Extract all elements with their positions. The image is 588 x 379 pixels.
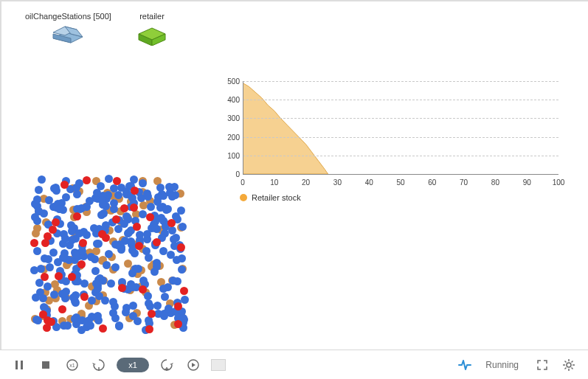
agent-dot	[161, 293, 169, 301]
y-tick-label: 200	[221, 133, 240, 141]
agent-dot	[44, 282, 52, 291]
running-indicator-icon	[456, 356, 474, 374]
agent-dot	[169, 277, 177, 285]
stop-button[interactable]	[37, 356, 55, 374]
agent-dot	[33, 195, 41, 204]
agent-dot	[38, 175, 46, 184]
speed-indicator[interactable]: x1	[117, 358, 149, 372]
x-tick-label: 80	[491, 178, 499, 187]
svg-line-29	[572, 361, 573, 362]
y-tick-label: 500	[221, 77, 240, 86]
agent-dot	[139, 179, 147, 187]
agent-dot	[87, 253, 95, 261]
agent-dot	[124, 260, 132, 268]
agent-dot	[50, 291, 58, 299]
agent-dot	[72, 251, 80, 259]
agent-dot	[178, 265, 186, 274]
svg-marker-20	[192, 363, 196, 367]
agent-dot	[159, 247, 167, 255]
agent-dot	[58, 290, 66, 298]
settings-button[interactable]	[560, 356, 578, 374]
slow-down-button[interactable]	[90, 356, 108, 374]
agent-dot	[120, 204, 128, 212]
agent-dot	[60, 181, 69, 189]
agent-dot	[147, 203, 155, 211]
agent-dot	[177, 243, 185, 251]
y-tick-label: 100	[221, 151, 240, 159]
chart-legend: Retailer stock	[240, 193, 558, 202]
legend-marker-icon	[240, 194, 247, 201]
agent-dot	[124, 229, 132, 237]
agent-dot	[159, 285, 167, 293]
y-tick-label: 400	[221, 96, 240, 104]
agent-dot	[99, 201, 107, 209]
agent-dot	[91, 267, 100, 275]
agent-dot	[68, 236, 76, 244]
svg-rect-8	[15, 361, 18, 369]
fullscreen-button[interactable]	[533, 356, 551, 374]
agent-dot	[83, 231, 91, 239]
x-tick-label: 0	[241, 178, 245, 187]
agent-dot	[130, 175, 138, 184]
agent-dot	[98, 230, 106, 238]
agent-oil-change-stations[interactable]: oilChangeStations [500]	[25, 12, 111, 48]
agent-dot	[136, 231, 144, 239]
speed-up-button[interactable]	[158, 356, 176, 374]
agent-dot	[160, 312, 168, 320]
agent-dot	[139, 285, 147, 293]
agent-dot	[131, 187, 139, 195]
step-forward-button[interactable]	[184, 356, 202, 374]
svg-marker-13	[92, 363, 96, 365]
realtime-speed-button[interactable]: x1	[63, 356, 81, 374]
x-tick-label: 100	[553, 178, 565, 187]
agent-dot	[131, 265, 139, 273]
simulation-control-bar: x1 x1 Running	[1, 350, 588, 379]
agent-label: oilChangeStations [500]	[25, 12, 111, 21]
y-tick-label: 300	[221, 114, 240, 122]
agent-dot	[41, 273, 49, 281]
agent-dot	[174, 320, 182, 328]
pause-button[interactable]	[10, 356, 28, 374]
svg-rect-9	[21, 361, 23, 369]
agent-dot	[73, 190, 81, 198]
progress-placeholder	[211, 359, 226, 371]
agent-dot	[55, 205, 63, 213]
agent-dot	[153, 302, 162, 310]
agent-dot	[115, 321, 123, 330]
agent-dot	[46, 263, 54, 271]
legend-label: Retailer stock	[252, 193, 301, 202]
agent-dot	[111, 263, 120, 271]
agent-dot	[77, 260, 86, 268]
agent-dot	[144, 292, 152, 300]
agent-dot	[71, 315, 79, 323]
agent-dot	[33, 247, 41, 255]
agent-dot	[105, 175, 113, 183]
agent-dot	[111, 302, 119, 310]
svg-point-21	[567, 363, 571, 367]
agent-dot	[114, 241, 122, 249]
agent-dot	[146, 213, 154, 221]
agent-retailer[interactable]: retailer	[134, 12, 170, 48]
x-tick-label: 20	[302, 178, 310, 187]
agent-dot	[75, 229, 83, 237]
agent-dot	[151, 224, 159, 232]
agent-dot	[122, 212, 131, 220]
agent-dot	[45, 196, 53, 204]
agent-dot	[32, 229, 40, 237]
agent-dot	[52, 218, 60, 226]
agent-dot	[83, 176, 91, 184]
x-tick-label: 90	[523, 178, 531, 187]
agent-dot	[73, 212, 81, 220]
agent-dot	[180, 287, 188, 295]
agent-population-view[interactable]	[30, 175, 188, 333]
agent-dot	[44, 255, 52, 263]
simulation-canvas: oilChangeStations [500] retailer 0100200…	[1, 1, 588, 350]
agent-dot	[63, 321, 72, 330]
agent-dot	[92, 279, 100, 288]
retailer-stock-chart: 01002003004005000102030405060708090100 R…	[219, 81, 558, 202]
svg-line-27	[572, 367, 573, 369]
svg-marker-16	[170, 363, 173, 365]
agent-dot	[139, 277, 148, 285]
svg-marker-7	[243, 83, 328, 174]
agent-dot	[133, 223, 141, 231]
